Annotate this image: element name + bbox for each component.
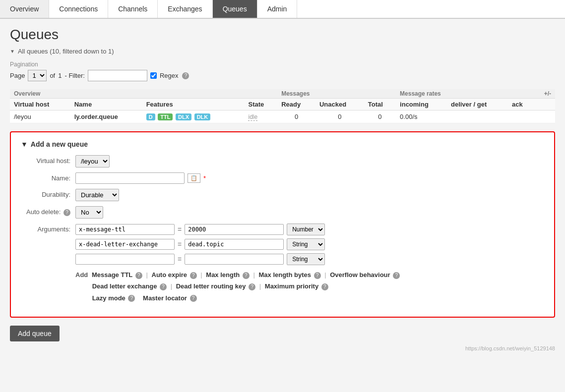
add-queue-header: ▼ Add a new queue — [21, 140, 544, 148]
maximum-priority-help[interactable]: ? — [321, 283, 328, 290]
filter-input[interactable]: order — [88, 70, 147, 81]
add-queue-button[interactable]: Add queue — [10, 326, 60, 341]
add-master-locator[interactable]: Master locator — [143, 294, 187, 302]
arg-key-3[interactable] — [75, 254, 175, 265]
col-ack: ack — [508, 99, 534, 111]
dead-letter-routing-key-help[interactable]: ? — [249, 283, 255, 290]
table-row: /leyou ly.order.queue D TTL DLX DLK idle… — [10, 111, 555, 123]
auto-delete-control: No Yes — [75, 206, 544, 219]
auto-delete-help-icon[interactable]: ? — [63, 209, 70, 216]
nav-channels[interactable]: Channels — [108, 0, 158, 18]
auto-delete-select[interactable]: No Yes — [75, 206, 103, 219]
collapse-icon[interactable]: ▼ — [10, 49, 15, 54]
add-dead-letter-exchange[interactable]: Dead letter exchange — [92, 282, 157, 290]
feature-tag-dlx: DLX — [176, 113, 191, 120]
add-queue-collapse-icon[interactable]: ▼ — [21, 140, 28, 148]
arg-type-select-1[interactable]: Number String — [287, 224, 325, 235]
arg-type-select-2[interactable]: String Number — [287, 238, 325, 250]
feature-tag-d: D — [146, 113, 155, 120]
main-content: Queues ▼ All queues (10, filtered down t… — [0, 19, 565, 389]
plus-minus-control[interactable]: +/- — [534, 89, 555, 99]
col-total: Total — [364, 99, 396, 111]
lazy-mode-help[interactable]: ? — [128, 295, 135, 302]
arg-row-2: = String Number — [75, 238, 544, 250]
pagination-row: Page 1 of 1 - Filter: order Regex ? — [10, 70, 555, 81]
col-name: Name — [70, 99, 142, 111]
message-rates-section-header: Message rates — [396, 89, 534, 99]
arg-type-3: String Number — [287, 253, 325, 265]
arguments-row: Arguments: = Number String — [21, 224, 544, 304]
col-ready: Ready — [277, 99, 315, 111]
max-length-help[interactable]: ? — [243, 272, 250, 279]
row-deliver-get — [447, 111, 508, 123]
messages-section-header: Messages — [277, 89, 396, 99]
regex-help-icon[interactable]: ? — [182, 72, 189, 79]
arguments-control: = Number String = — [75, 224, 544, 304]
add-label: Add — [75, 271, 88, 279]
virtual-host-row: Virtual host: /leyou — [21, 155, 544, 168]
overflow-behaviour-help[interactable]: ? — [393, 272, 400, 279]
virtual-host-select[interactable]: /leyou — [75, 155, 110, 168]
add-links: Add Message TTL ? | Auto expire ? | Max … — [75, 269, 544, 304]
regex-label: Regex — [160, 72, 179, 79]
nav-connections[interactable]: Connections — [49, 0, 108, 18]
row-virtual-host: /leyou — [10, 111, 70, 123]
col-features: Features — [142, 99, 245, 111]
arg-eq-3: = — [178, 255, 182, 263]
add-lazy-mode[interactable]: Lazy mode — [92, 294, 126, 302]
auto-expire-help[interactable]: ? — [190, 272, 197, 279]
dead-letter-exchange-help[interactable]: ? — [160, 283, 167, 290]
arg-val-1[interactable] — [185, 224, 284, 235]
arguments-wrap: = Number String = — [75, 224, 544, 265]
of-value: 1 — [58, 72, 62, 79]
page-select[interactable]: 1 — [28, 70, 47, 81]
queue-table: Overview Messages Message rates +/- Virt… — [10, 89, 555, 123]
add-max-length-bytes[interactable]: Max length bytes — [258, 271, 311, 279]
name-control: dead.order.queue 📋 * — [75, 172, 544, 184]
add-max-length[interactable]: Max length — [206, 271, 240, 279]
nav-overview[interactable]: Overview — [0, 0, 49, 18]
feature-tag-ttl: TTL — [158, 113, 173, 120]
overview-section-header: Overview — [10, 89, 277, 99]
filter-label: - Filter: — [64, 72, 84, 79]
row-name[interactable]: ly.order.queue — [70, 111, 142, 123]
row-extra — [534, 111, 555, 123]
pagination-label: Pagination — [10, 61, 555, 68]
col-state: State — [244, 99, 277, 111]
row-state: idle — [244, 111, 277, 123]
arg-key-2[interactable] — [75, 239, 175, 250]
row-incoming: 0.00/s — [396, 111, 447, 123]
durability-select[interactable]: Durable Transient — [75, 189, 119, 201]
message-ttl-help[interactable]: ? — [135, 272, 142, 279]
name-label: Name: — [21, 172, 75, 182]
col-virtual-host: Virtual host — [10, 99, 70, 111]
arg-type-select-3[interactable]: String Number — [287, 253, 325, 265]
col-incoming: incoming — [396, 99, 447, 111]
arg-type-2: String Number — [287, 238, 325, 250]
add-message-ttl[interactable]: Message TTL — [92, 271, 132, 279]
row-ready: 0 — [277, 111, 315, 123]
nav-admin[interactable]: Admin — [257, 0, 298, 18]
add-auto-expire[interactable]: Auto expire — [152, 271, 188, 279]
regex-checkbox[interactable] — [150, 72, 157, 79]
add-queue-title: Add a new queue — [31, 140, 88, 148]
clipboard-icon[interactable]: 📋 — [188, 173, 200, 183]
nav-exchanges[interactable]: Exchanges — [158, 0, 212, 18]
add-overflow-behaviour[interactable]: Overflow behaviour — [330, 271, 390, 279]
arg-key-1[interactable] — [75, 224, 175, 235]
virtual-host-control: /leyou — [75, 155, 544, 168]
auto-delete-label: Auto delete: ? — [21, 206, 75, 216]
add-maximum-priority[interactable]: Maximum priority — [265, 282, 318, 290]
master-locator-help[interactable]: ? — [190, 295, 197, 302]
all-queues-header: ▼ All queues (10, filtered down to 1) — [10, 48, 555, 55]
arg-eq-2: = — [178, 240, 182, 248]
all-queues-label: All queues (10, filtered down to 1) — [18, 48, 114, 55]
arg-val-2[interactable] — [185, 239, 284, 250]
max-length-bytes-help[interactable]: ? — [314, 272, 321, 279]
auto-delete-row: Auto delete: ? No Yes — [21, 206, 544, 219]
arg-val-3[interactable] — [185, 254, 284, 265]
nav-queues[interactable]: Queues — [213, 0, 257, 18]
name-input[interactable]: dead.order.queue — [75, 172, 185, 184]
of-label: of — [50, 72, 55, 79]
add-dead-letter-routing-key[interactable]: Dead letter routing key — [176, 282, 246, 290]
